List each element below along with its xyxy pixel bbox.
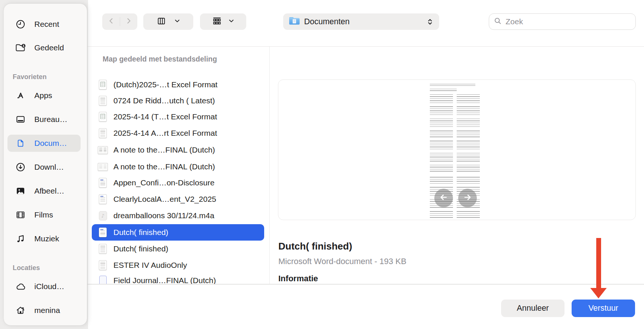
file-name: 0724 De Ridd…utch ( Latest) bbox=[113, 96, 215, 105]
location-popup[interactable]: Documenten bbox=[283, 13, 439, 30]
view-mode-button[interactable] bbox=[143, 13, 193, 30]
file-row[interactable]: ESTER IV AudioOnly bbox=[92, 257, 264, 273]
file-name: ESTER IV AudioOnly bbox=[113, 261, 187, 270]
file-row[interactable]: Field Journal…FINAL (Dutch) bbox=[92, 272, 264, 284]
preview-pane bbox=[278, 79, 636, 220]
arrow-right-icon bbox=[463, 192, 472, 204]
file-row[interactable]: ClearlyLocalA…ent_V2_2025 bbox=[92, 191, 264, 207]
submit-button[interactable]: Verstuur bbox=[572, 300, 635, 317]
sidebar-item-recent[interactable]: Recent bbox=[7, 16, 81, 33]
sidebar-item-label: Films bbox=[34, 210, 53, 219]
file-name: Appen_Confi…on-Disclosure bbox=[113, 178, 215, 187]
search-input[interactable] bbox=[505, 17, 631, 26]
file-row[interactable]: Dutch( finished) bbox=[92, 241, 264, 257]
toolbar-divider bbox=[87, 46, 644, 47]
music-note-icon bbox=[15, 233, 26, 244]
sidebar-item-label: Muziek bbox=[34, 234, 59, 243]
list-preview-divider bbox=[269, 47, 270, 284]
file-row[interactable]: 2025-4-14 (T…t Excel Format bbox=[92, 109, 264, 125]
forward-button[interactable] bbox=[120, 17, 137, 26]
file-row[interactable]: 0724 De Ridd…utch ( Latest) bbox=[92, 93, 264, 109]
sidebar-item-label: iCloud… bbox=[34, 282, 65, 291]
back-button[interactable] bbox=[103, 17, 120, 26]
search-field[interactable] bbox=[489, 13, 636, 30]
chevron-down-icon bbox=[174, 18, 181, 26]
sidebar-item-desktop[interactable]: Bureau… bbox=[7, 111, 81, 128]
column-view-icon bbox=[156, 16, 166, 27]
file-name: A note to the…FINAL (Dutch) bbox=[113, 162, 215, 171]
group-by-button[interactable] bbox=[200, 13, 246, 30]
text-document-icon bbox=[98, 260, 108, 270]
clock-icon bbox=[15, 19, 26, 30]
footer-divider bbox=[87, 284, 644, 285]
word-document-icon bbox=[98, 228, 108, 237]
table-document-icon bbox=[98, 112, 108, 122]
empty-document-icon bbox=[98, 276, 108, 284]
sidebar: Recent Gedeeld Favorieten Apps Bureau… D… bbox=[4, 4, 87, 325]
table-document-icon bbox=[98, 80, 108, 90]
home-icon bbox=[15, 305, 26, 316]
preview-file-title: Dutch( finished) bbox=[278, 241, 352, 252]
sidebar-item-label: Afbeel… bbox=[34, 187, 65, 195]
thumbnail-header-lines bbox=[430, 84, 475, 86]
sidebar-item-pictures[interactable]: Afbeel… bbox=[7, 182, 81, 200]
location-label: Documenten bbox=[304, 17, 350, 26]
group-view-icon bbox=[212, 16, 222, 28]
file-name: Dutch( finished) bbox=[113, 244, 168, 253]
file-row[interactable]: dreamballoons 30/11/24.m4a bbox=[92, 207, 264, 224]
file-list[interactable]: (Dutch)2025-…t Excel Format 0724 De Ridd… bbox=[87, 71, 269, 284]
sidebar-item-downloads[interactable]: Downl… bbox=[7, 159, 81, 176]
word-document-icon bbox=[98, 194, 108, 204]
file-row[interactable]: Appen_Confi…on-Disclosure bbox=[92, 175, 264, 191]
sidebar-item-label: Recent bbox=[34, 20, 59, 29]
app-store-icon bbox=[15, 90, 26, 101]
file-row[interactable]: 2025-4-14 A…rt Excel Format bbox=[92, 125, 264, 141]
thumbnail-meta-lines bbox=[430, 89, 457, 91]
text-document-icon bbox=[98, 96, 108, 106]
desktop-icon bbox=[15, 114, 26, 125]
chevron-left-icon bbox=[107, 17, 115, 26]
file-name: 2025-4-14 A…rt Excel Format bbox=[113, 129, 217, 138]
sidebar-item-movies[interactable]: Films bbox=[7, 206, 81, 223]
cancel-button[interactable]: Annuleer bbox=[501, 300, 565, 317]
file-name: ClearlyLocalA…ent_V2_2025 bbox=[113, 195, 216, 204]
file-name: (Dutch)2025-…t Excel Format bbox=[113, 80, 218, 89]
cloud-icon bbox=[15, 281, 26, 292]
sidebar-item-label: Apps bbox=[34, 91, 52, 100]
annotation-arrow bbox=[596, 238, 601, 289]
sidebar-item-apps[interactable]: Apps bbox=[7, 87, 81, 104]
file-row-selected[interactable]: Dutch( finished) bbox=[92, 224, 264, 241]
preview-forward-button[interactable] bbox=[458, 189, 477, 207]
nav-history-group bbox=[102, 13, 137, 30]
file-name: 2025-4-14 (T…t Excel Format bbox=[113, 112, 217, 121]
audio-file-icon bbox=[98, 211, 108, 220]
arrow-left-icon bbox=[439, 192, 448, 204]
chevron-down-icon bbox=[228, 18, 235, 26]
sidebar-item-label: menina bbox=[34, 306, 60, 315]
file-row[interactable]: A note to the…FINAL (Dutch) bbox=[92, 159, 264, 175]
sidebar-item-label: Downl… bbox=[34, 163, 64, 172]
sidebar-item-home[interactable]: menina bbox=[7, 302, 81, 319]
list-section-header: Map gedeeld met bestandsdeling bbox=[103, 55, 217, 63]
two-page-document-icon bbox=[98, 163, 108, 171]
sidebar-item-icloud[interactable]: iCloud… bbox=[7, 278, 81, 295]
file-name: Dutch( finished) bbox=[113, 228, 168, 237]
download-icon bbox=[15, 162, 26, 173]
chevron-right-icon bbox=[125, 17, 133, 26]
file-name: A note to the…FINAL (Dutch) bbox=[113, 145, 215, 154]
document-icon bbox=[15, 138, 26, 149]
sidebar-item-music[interactable]: Muziek bbox=[7, 230, 81, 247]
preview-file-meta: Microsoft Word-document - 193 KB bbox=[278, 257, 406, 266]
search-icon bbox=[494, 17, 502, 26]
sidebar-item-documents[interactable]: Docum… bbox=[7, 135, 81, 152]
shared-folder-icon bbox=[15, 42, 26, 53]
text-document-icon bbox=[98, 128, 108, 138]
file-row[interactable]: A note to the…FINAL (Dutch) bbox=[92, 142, 264, 158]
preview-back-button[interactable] bbox=[434, 189, 453, 207]
sidebar-section-locations: Locaties bbox=[13, 264, 40, 272]
file-row[interactable]: (Dutch)2025-…t Excel Format bbox=[92, 76, 264, 93]
sidebar-item-label: Bureau… bbox=[34, 115, 68, 124]
sidebar-item-label: Gedeeld bbox=[34, 43, 64, 52]
sidebar-item-shared[interactable]: Gedeeld bbox=[7, 39, 81, 56]
sidebar-item-label: Docum… bbox=[34, 139, 67, 148]
